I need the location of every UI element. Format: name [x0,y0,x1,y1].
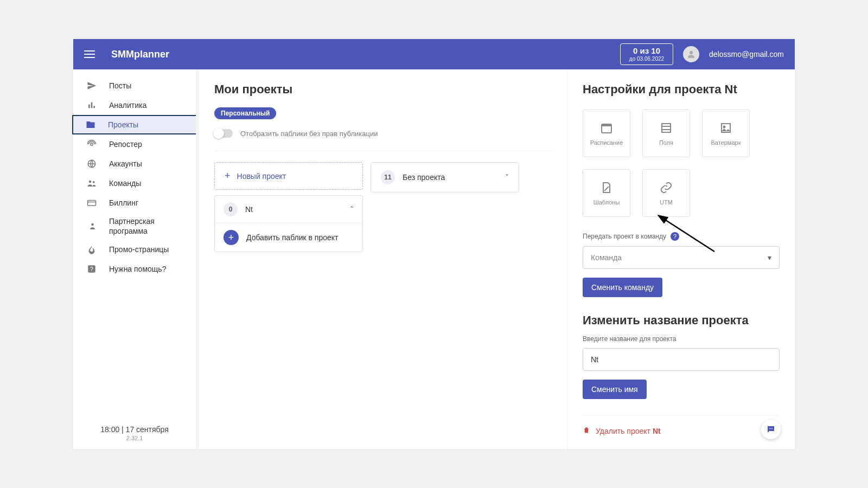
project-nt-card: 0 Nt ˄ + Добавить паблик в проект [214,195,363,252]
svg-rect-1 [88,105,90,108]
project-name-input[interactable] [583,348,780,371]
svg-point-9 [91,223,94,226]
tile-label: Шаблоны [593,199,620,206]
svg-point-6 [89,181,92,183]
quota-button[interactable]: 0 из 10 до 03.06.2022 [620,43,673,65]
svg-rect-8 [88,201,96,206]
change-team-button[interactable]: Сменить команду [583,278,662,297]
no-project-card[interactable]: 11 Без проекта ˅ [371,162,519,192]
sidebar-item-label: Репостер [109,140,142,149]
link-icon [660,181,673,196]
sidebar-item-teams[interactable]: Команды [73,174,196,193]
sidebar-item-affiliate[interactable]: Партнерская программа [73,213,196,240]
people-icon [86,178,97,188]
sidebar-item-billing[interactable]: Биллинг [73,193,196,213]
fields-icon [660,121,673,136]
header-right: 0 из 10 до 03.06.2022 delossmo@gmail.com [620,43,784,65]
projects-column-b: 11 Без проекта ˅ [371,162,519,192]
app-body: Посты Аналитика Проекты Репостер Аккаунт… [73,69,795,449]
divider [214,151,552,151]
footer-version: 2.32.1 [73,435,196,441]
quota-main: 0 из 10 [629,46,664,56]
rename-section: Изменить название проекта Введите назван… [583,313,780,399]
bars-icon [86,101,97,110]
image-icon [719,121,732,136]
sidebar-item-reposter[interactable]: Репостер [73,134,196,154]
settings-title-prefix: Настройки для проекта [583,82,725,96]
chat-icon [766,425,776,434]
question-icon: ? [86,264,97,274]
svg-point-4 [91,143,93,146]
sidebar-item-label: Проекты [108,120,138,129]
app-window: SMMplanner 0 из 10 до 03.06.2022 delossm… [73,39,795,449]
sidebar-item-posts[interactable]: Посты [73,76,196,95]
sidebar-item-projects[interactable]: Проекты [72,115,197,134]
no-project-label: Без проекта [403,173,445,182]
footer-time: 18:00 | 17 сентября [73,425,196,434]
sidebar-item-help[interactable]: ? Нужна помощь? [73,259,196,279]
new-project-button[interactable]: + Новый проект [214,162,363,190]
change-name-button[interactable]: Сменить имя [583,380,647,399]
delete-project-button[interactable]: Удалить проект Nt [583,426,780,436]
radar-icon [86,139,97,149]
divider [583,415,780,416]
team-placeholder: Команда [591,253,622,262]
calendar-icon [600,121,613,136]
tile-utm[interactable]: UTM [642,169,690,217]
card-icon [86,198,97,208]
tile-label: UTM [660,199,673,206]
settings-tiles: Расписание Поля Ватермарк Шаблоны UTM [583,110,780,217]
plus-circle-icon: + [224,230,239,245]
svg-point-7 [93,181,95,183]
new-project-label: Новый проект [237,172,286,181]
sidebar-item-analytics[interactable]: Аналитика [73,95,196,115]
tile-label: Расписание [590,139,623,146]
help-icon[interactable]: ? [671,232,679,241]
svg-point-18 [769,428,770,429]
svg-point-16 [724,126,725,127]
svg-point-19 [770,428,771,429]
sidebar-footer: 18:00 | 17 сентября 2.32.1 [73,420,196,449]
sidebar-nav: Посты Аналитика Проекты Репостер Аккаунт… [73,69,196,420]
transfer-label: Передать проект в команду [583,233,666,240]
tile-watermark[interactable]: Ватермарк [702,110,750,157]
tile-schedule[interactable]: Расписание [583,110,630,157]
chat-fab[interactable] [761,420,781,439]
chip-personal[interactable]: Персональный [214,107,276,119]
page-title: Мои проекты [214,82,552,97]
visibility-toggle[interactable] [214,129,233,138]
project-nt-header[interactable]: 0 Nt ˄ [215,196,362,223]
chevron-down-icon: ˅ [505,173,509,182]
svg-point-20 [772,428,773,429]
user-email[interactable]: delossmo@gmail.com [709,50,784,59]
rename-title: Изменить название проекта [583,313,780,328]
sidebar-item-accounts[interactable]: Аккаунты [73,154,196,174]
avatar[interactable] [683,46,699,62]
projects-grid: + Новый проект 0 Nt ˄ + [214,162,552,252]
add-people-icon [86,221,97,231]
no-project-count: 11 [381,170,395,184]
globe-icon [86,159,97,169]
transfer-section: Передать проект в команду ? Команда ▾ См… [583,232,780,297]
team-select[interactable]: Команда ▾ [583,246,780,269]
add-public-button[interactable]: + Добавить паблик в проект [215,223,362,252]
toggle-label: Отобразить паблики без прав публикации [240,130,378,138]
tile-templates[interactable]: Шаблоны [583,169,630,217]
tile-fields[interactable]: Поля [642,110,690,157]
settings-project-name: Nt [725,82,737,96]
paper-plane-icon [86,81,97,91]
tile-label: Ватермарк [711,139,741,146]
main-content: Мои проекты Персональный Отобразить пабл… [196,69,567,449]
sidebar-item-label: Аналитика [109,101,146,110]
sidebar-item-label: Команды [109,179,141,188]
chevron-up-icon: ˄ [350,205,354,214]
sidebar-item-label: Нужна помощь? [109,265,166,273]
settings-panel: Настройки для проекта Nt Расписание Поля… [567,69,795,449]
svg-rect-13 [602,124,611,126]
sidebar-item-promo[interactable]: Промо-страницы [73,240,196,259]
svg-rect-2 [91,102,93,108]
menu-toggle[interactable] [84,50,95,58]
delete-label: Удалить проект Nt [596,427,661,435]
folder-icon [85,120,96,130]
sidebar-item-label: Промо-страницы [109,245,169,254]
